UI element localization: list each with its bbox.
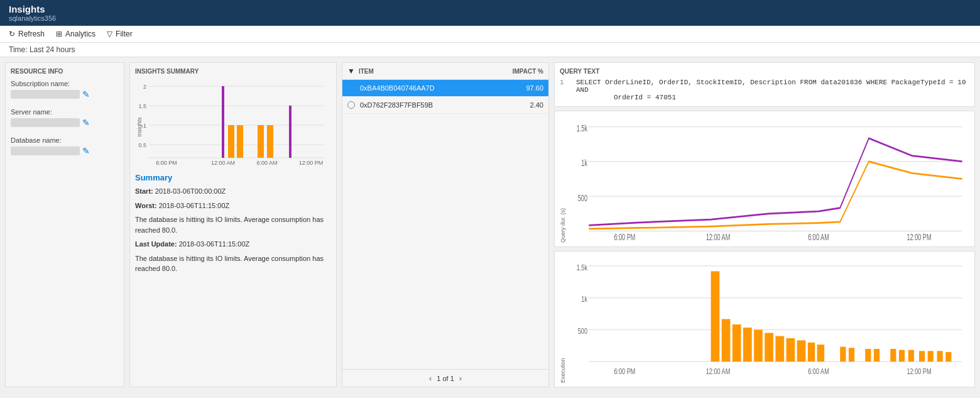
insights-summary-panel: INSIGHTS SUMMARY 2 1.5 1 0.5 xyxy=(129,62,337,387)
app-subtitle: sqlanalytics356 xyxy=(9,14,971,22)
subscription-value-box xyxy=(11,90,80,99)
database-edit-icon[interactable]: ✎ xyxy=(82,146,90,156)
svg-text:Insights: Insights xyxy=(136,117,143,137)
query-duration-chart-area: 1.5k 1k 500 6:00 PM 12:00 AM 6:00 AM 12:… xyxy=(567,115,969,243)
svg-text:1.5k: 1.5k xyxy=(577,123,588,134)
svg-text:12:00 AM: 12:00 AM xyxy=(706,367,731,376)
execution-svg: 1.5k 1k 500 xyxy=(567,255,969,383)
svg-text:0.5: 0.5 xyxy=(138,142,146,148)
svg-rect-50 xyxy=(849,348,854,362)
pagination-bar: ‹ 1 of 1 › xyxy=(342,369,548,387)
svg-rect-13 xyxy=(267,125,273,158)
table-row[interactable]: 0xD762F283F7FBF59B 2.40 xyxy=(342,97,548,114)
insights-summary-title: INSIGHTS SUMMARY xyxy=(130,63,336,77)
svg-rect-40 xyxy=(732,324,741,362)
summary-worst: Worst: 2018-03-06T11:15:00Z xyxy=(135,201,331,211)
svg-rect-55 xyxy=(908,350,914,362)
summary-heading: Summary xyxy=(135,173,331,182)
svg-rect-11 xyxy=(237,125,243,158)
start-value: 2018-03-06T00:00:00Z xyxy=(155,187,226,195)
item-id: 0xBA4B0B040746AA7D xyxy=(360,84,499,92)
query-text-title: QUERY TEXT xyxy=(560,68,969,75)
time-bar: Time: Last 24 hours xyxy=(0,43,980,57)
summary-text: Summary Start: 2018-03-06T00:00:00Z Wors… xyxy=(130,168,336,387)
query-duration-y-label: Query dur. (s) xyxy=(560,115,566,243)
subscription-edit-icon[interactable]: ✎ xyxy=(82,89,90,99)
svg-text:6:00 AM: 6:00 AM xyxy=(808,232,829,243)
analytics-icon: ⊞ xyxy=(56,30,62,38)
last-update-label: Last Update: xyxy=(135,240,177,248)
svg-text:1.5k: 1.5k xyxy=(577,263,587,272)
svg-text:12:00 PM: 12:00 PM xyxy=(299,160,324,166)
col-impact-header: IMPACT % xyxy=(499,68,543,75)
worst-value: 2018-03-06T11:15:00Z xyxy=(159,202,230,209)
svg-rect-38 xyxy=(711,271,720,362)
prev-page-button[interactable]: ‹ xyxy=(429,373,432,383)
svg-rect-47 xyxy=(808,343,815,362)
impact-value: 2.40 xyxy=(499,101,543,109)
query-text-content: 1 SELECT OrderLineID, OrderID, StockItem… xyxy=(560,79,969,101)
server-field: Server name: ✎ xyxy=(11,108,119,128)
row-indicator xyxy=(347,84,355,92)
table-filter-icon: ▼ xyxy=(347,67,355,75)
analytics-button[interactable]: ⊞ Analytics xyxy=(56,30,95,38)
svg-rect-45 xyxy=(787,338,795,362)
execution-chart-wrap: Execution 1.5k 1k 500 xyxy=(560,255,969,383)
svg-rect-10 xyxy=(228,125,234,158)
svg-rect-48 xyxy=(817,345,824,362)
svg-rect-56 xyxy=(919,351,925,362)
query-line-2: OrderId = 47051 xyxy=(576,94,969,101)
svg-text:12:00 PM: 12:00 PM xyxy=(906,367,931,376)
database-value-box xyxy=(11,146,80,155)
svg-rect-43 xyxy=(765,333,773,362)
svg-text:6:00 PM: 6:00 PM xyxy=(614,367,635,376)
insights-chart-svg: 2 1.5 1 0.5 xyxy=(135,80,330,168)
svg-rect-44 xyxy=(775,336,784,362)
svg-text:2: 2 xyxy=(143,84,146,90)
item-id: 0xD762F283F7FBF59B xyxy=(360,101,499,109)
svg-rect-54 xyxy=(899,350,905,362)
refresh-button[interactable]: ↻ Refresh xyxy=(9,30,45,38)
summary-last-update: Last Update: 2018-03-06T11:15:00Z xyxy=(135,239,331,250)
query-duration-chart-panel: Query dur. (s) 1.5k 1k 500 xyxy=(554,111,975,247)
svg-text:6:00 AM: 6:00 AM xyxy=(256,160,277,166)
query-code: SELECT OrderLineID, OrderID, StockItemID… xyxy=(576,79,969,101)
svg-text:6:00 PM: 6:00 PM xyxy=(156,160,177,166)
svg-rect-41 xyxy=(743,328,752,362)
query-panel: QUERY TEXT 1 SELECT OrderLineID, OrderID… xyxy=(554,62,975,387)
svg-text:500: 500 xyxy=(578,192,587,203)
svg-text:12:00 AM: 12:00 AM xyxy=(211,160,235,166)
svg-text:1: 1 xyxy=(143,123,146,129)
svg-text:1.5: 1.5 xyxy=(138,103,146,109)
time-label: Time: Last 24 hours xyxy=(9,45,75,54)
subscription-field: Subscription name: ✎ xyxy=(11,80,119,99)
refresh-label: Refresh xyxy=(18,30,45,38)
items-table-header: ▼ ITEM IMPACT % xyxy=(342,63,548,80)
app-header: Insights sqlanalytics356 xyxy=(0,0,980,26)
svg-rect-12 xyxy=(258,125,264,158)
start-label: Start: xyxy=(135,187,153,195)
resource-info-title: RESOURCE INFO xyxy=(11,68,119,75)
col-item-header: ITEM xyxy=(359,68,499,75)
svg-rect-39 xyxy=(722,319,731,362)
toolbar: ↻ Refresh ⊞ Analytics ▽ Filter xyxy=(0,26,980,43)
svg-rect-57 xyxy=(928,351,934,362)
svg-rect-9 xyxy=(222,86,224,158)
page-info: 1 of 1 xyxy=(437,375,454,382)
database-label: Database name: xyxy=(11,136,119,144)
resource-info-panel: RESOURCE INFO Subscription name: ✎ Serve… xyxy=(5,62,124,387)
server-edit-icon[interactable]: ✎ xyxy=(82,118,90,128)
filter-button[interactable]: ▽ Filter xyxy=(107,30,133,38)
query-text-box: QUERY TEXT 1 SELECT OrderLineID, OrderID… xyxy=(554,62,975,107)
database-field: Database name: ✎ xyxy=(11,136,119,156)
query-line-1: SELECT OrderLineID, OrderID, StockItemID… xyxy=(576,79,969,94)
svg-rect-59 xyxy=(945,352,951,362)
main-content: RESOURCE INFO Subscription name: ✎ Serve… xyxy=(0,57,980,392)
next-page-button[interactable]: › xyxy=(459,373,462,383)
items-table-body: 0xBA4B0B040746AA7D 97.60 0xD762F283F7FBF… xyxy=(342,80,548,369)
svg-rect-14 xyxy=(289,106,291,158)
items-panel: ▼ ITEM IMPACT % 0xBA4B0B040746AA7D 97.60… xyxy=(342,62,549,387)
summary-desc2: The database is hitting its IO limits. A… xyxy=(135,253,331,274)
subscription-label: Subscription name: xyxy=(11,80,119,87)
table-row[interactable]: 0xBA4B0B040746AA7D 97.60 xyxy=(342,80,548,97)
